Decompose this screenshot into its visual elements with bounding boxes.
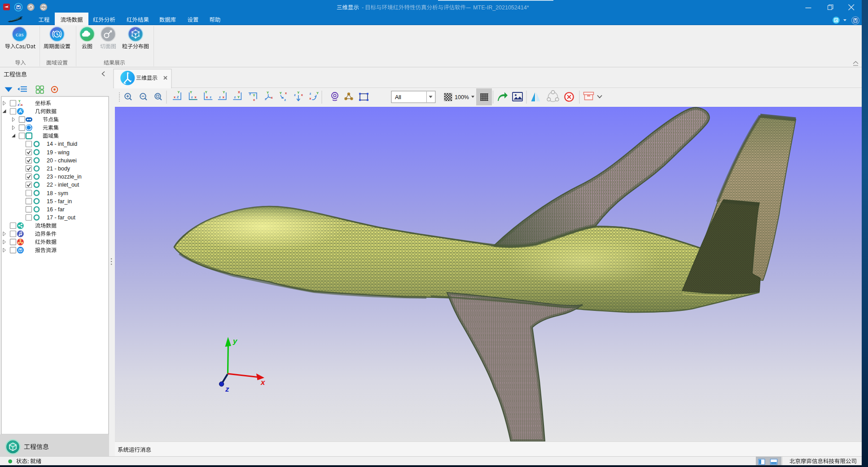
svg-text:Y: Y — [297, 91, 299, 95]
svg-text:z: z — [234, 95, 236, 99]
svg-text:z: z — [294, 93, 296, 97]
svg-text:15 - far_in: 15 - far_in — [47, 198, 72, 205]
svg-text:z: z — [310, 92, 311, 96]
svg-text:z: z — [191, 95, 193, 99]
svg-text:22 - inlet_out: 22 - inlet_out — [47, 182, 79, 188]
svg-text:Y: Y — [316, 91, 319, 95]
svg-text:z: z — [219, 95, 221, 99]
svg-text:z: z — [210, 95, 211, 99]
svg-text:y: y — [232, 337, 238, 345]
svg-text:20 - chuiwei: 20 - chuiwei — [47, 157, 77, 164]
svg-text:MTE-IR_2021052414*: MTE-IR_2021052414* — [473, 4, 529, 11]
svg-text:16 - far: 16 - far — [47, 206, 65, 213]
svg-text:Y: Y — [205, 90, 207, 94]
svg-text:21 - body: 21 - body — [47, 166, 70, 172]
svg-text:Y: Y — [237, 95, 240, 99]
svg-text:14 - int_fluid: 14 - int_fluid — [47, 141, 77, 147]
svg-text:z: z — [225, 385, 229, 393]
svg-text:Y: Y — [223, 90, 225, 94]
svg-text:Y: Y — [18, 100, 21, 103]
svg-text:x: x — [260, 378, 266, 387]
svg-text:Y: Y — [253, 93, 255, 97]
svg-text:Y: Y — [280, 91, 282, 95]
svg-text:100%: 100% — [455, 94, 469, 100]
svg-text:Y: Y — [267, 91, 269, 95]
svg-text:z: z — [18, 103, 19, 106]
svg-text:Y: Y — [190, 90, 192, 94]
svg-text:z: z — [284, 98, 286, 102]
svg-text:x: x — [21, 103, 22, 106]
svg-text:All: All — [395, 94, 401, 100]
svg-text:X: X — [238, 90, 240, 94]
svg-text:cas: cas — [16, 31, 24, 38]
svg-text:17 - far_out: 17 - far_out — [47, 214, 75, 221]
svg-text:23 - nozzle_in: 23 - nozzle_in — [47, 174, 82, 180]
svg-text:19 - wing: 19 - wing — [47, 149, 70, 156]
svg-text:Z: Z — [177, 95, 179, 99]
svg-text:18 - sym: 18 - sym — [47, 190, 68, 196]
svg-text:Y: Y — [177, 90, 180, 94]
